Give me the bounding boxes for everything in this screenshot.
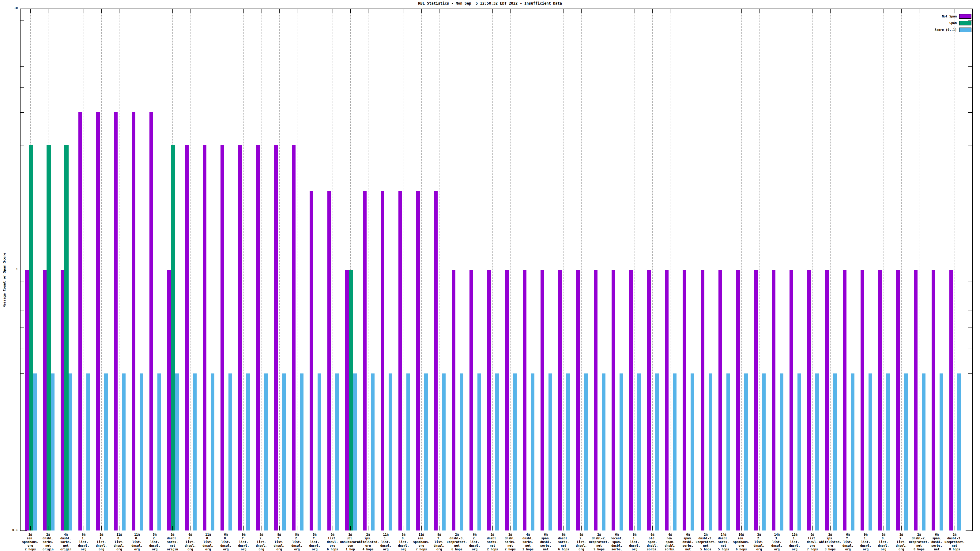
x-tick-bottom (777, 526, 777, 530)
gridline-x (777, 9, 777, 530)
gridline-x (510, 9, 511, 530)
x-tick-bottom (883, 526, 884, 530)
gridline-x (688, 9, 688, 530)
gridline-x (190, 9, 191, 530)
bar-score (175, 373, 179, 530)
bar-score (371, 373, 375, 530)
x-tick-top (101, 9, 102, 13)
gridline-x (386, 9, 386, 530)
bar-score (637, 373, 641, 530)
bar-not-spam (701, 270, 705, 531)
bar-not-spam (292, 145, 296, 530)
bar-score (229, 373, 232, 530)
x-tick-top (688, 9, 688, 13)
y-tick-label: 0.1 (4, 528, 18, 532)
bar-not-spam (505, 270, 509, 531)
x-tick-top (350, 9, 351, 13)
x-tick-bottom (386, 526, 386, 530)
bar-not-spam (825, 270, 829, 531)
gridline-x (866, 9, 866, 530)
bar-not-spam (132, 112, 135, 530)
bar-score (869, 373, 872, 530)
x-tick-top (48, 9, 48, 13)
x-tick-top (261, 9, 262, 13)
x-tick-bottom (261, 526, 262, 530)
legend-row: Not Spam (871, 13, 971, 20)
bar-not-spam (256, 145, 260, 530)
x-tick-bottom (581, 526, 582, 530)
x-tick-top (635, 9, 635, 13)
bar-score (762, 373, 766, 530)
x-tick-bottom (741, 526, 742, 530)
bar-score (886, 373, 890, 530)
y-tick-minor (21, 373, 24, 374)
x-tick-bottom (66, 526, 66, 530)
gridline-x (919, 9, 920, 530)
bar-spam (64, 145, 68, 530)
legend-row: Spam (871, 20, 971, 26)
bar-not-spam (398, 191, 402, 530)
bar-score (744, 373, 748, 530)
x-tick-bottom (563, 526, 564, 530)
gridline-x (670, 9, 670, 530)
legend-row: Score (0..1) (871, 26, 971, 33)
x-tick-top (439, 9, 439, 13)
x-tick-top (955, 9, 955, 13)
x-tick-bottom (688, 526, 688, 530)
x-tick-top (937, 9, 937, 13)
bar-score (51, 373, 54, 530)
y-tick-minor (968, 295, 972, 295)
y-tick-label: 1 (4, 268, 18, 271)
x-tick-bottom (795, 526, 795, 530)
bar-score (193, 373, 197, 530)
legend-label: Spam (950, 21, 957, 25)
bar-not-spam (789, 270, 793, 531)
bar-not-spam (682, 270, 686, 531)
y-axis-title: Message Count or Spam Score (2, 253, 6, 308)
x-tick-bottom (350, 526, 351, 530)
x-tick-top (190, 9, 191, 13)
bar-not-spam (950, 270, 953, 531)
x-tick-bottom (332, 526, 333, 530)
x-tick-bottom (457, 526, 457, 530)
y-tick-minor (21, 112, 24, 113)
x-tick-top (226, 9, 226, 13)
rbl-statistics-chart: RBL Statistics - Mon Sep 5 12:58:32 EDT … (0, 0, 980, 551)
x-tick-top (866, 9, 866, 13)
x-tick-top (724, 9, 724, 13)
gridline-x (404, 9, 404, 530)
bar-score (282, 373, 286, 530)
bar-score (531, 373, 535, 530)
x-tick-bottom (848, 526, 848, 530)
bar-not-spam (416, 191, 420, 530)
y-tick-minor (968, 310, 972, 310)
bar-score (566, 373, 570, 530)
y-tick-minor (968, 327, 972, 328)
x-tick-top (386, 9, 386, 13)
x-tick-top (830, 9, 830, 13)
y-tick-minor (968, 191, 972, 191)
legend-label: Score (0..1) (935, 28, 957, 32)
bar-not-spam (96, 112, 100, 530)
bar-score (833, 373, 837, 530)
x-tick-top (510, 9, 511, 13)
gridline-x (955, 9, 955, 530)
bar-not-spam (754, 270, 758, 531)
x-tick-top (279, 9, 280, 13)
gridline-x (457, 9, 457, 530)
gridline-x (279, 9, 280, 530)
legend-swatch (959, 21, 971, 25)
bar-score (300, 373, 304, 530)
bar-not-spam (576, 270, 580, 531)
y-tick-minor (21, 34, 24, 34)
bar-not-spam (114, 112, 118, 530)
x-tick-bottom (172, 526, 173, 530)
x-tick-top (741, 9, 742, 13)
chart-title: RBL Statistics - Mon Sep 5 12:58:32 EDT … (0, 1, 980, 5)
x-tick-top (883, 9, 884, 13)
bar-not-spam (60, 270, 64, 531)
x-tick-top (457, 9, 457, 13)
y-tick-minor (21, 21, 24, 21)
x-tick-top (332, 9, 333, 13)
x-tick-top (172, 9, 173, 13)
